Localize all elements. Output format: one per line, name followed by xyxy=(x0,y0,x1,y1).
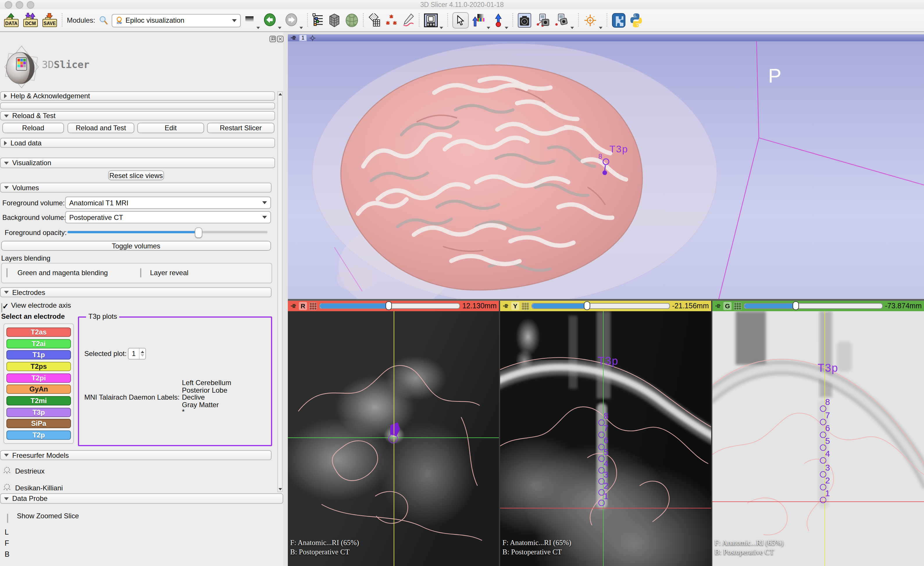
threeD-view-header[interactable]: 1 xyxy=(288,35,924,41)
visibility-eye-icon[interactable] xyxy=(3,466,11,474)
layer-reveal-checkbox[interactable] xyxy=(140,268,141,278)
chevron-down-icon[interactable] xyxy=(504,27,508,29)
slice-offset-slider[interactable] xyxy=(531,303,670,309)
chevron-down-icon[interactable] xyxy=(486,27,490,29)
section-data-probe[interactable]: Data Probe xyxy=(0,493,283,504)
background-volume-select[interactable]: Postoperative CT xyxy=(65,211,271,224)
reset-slice-views-button[interactable]: Reset slice views xyxy=(108,170,164,180)
green-slice-bar[interactable]: G -73.874mm xyxy=(712,301,924,311)
scroll-down-icon[interactable] xyxy=(278,488,282,490)
green-magenta-checkbox[interactable] xyxy=(6,268,8,278)
green-slice-view[interactable]: T3p 8 7 6 5 4 3 2 1 F: Anatomic...RI (65… xyxy=(712,311,924,566)
chevron-down-icon[interactable] xyxy=(278,27,281,29)
reload-and-test-button[interactable]: Reload and Test xyxy=(68,123,134,133)
forward-arrow-icon[interactable] xyxy=(285,14,297,27)
electrode-button-t2mi[interactable]: T2mi xyxy=(6,396,71,405)
chevron-down-icon[interactable] xyxy=(440,27,443,29)
slider-handle[interactable] xyxy=(792,301,799,310)
transforms-icon[interactable] xyxy=(368,14,381,27)
scene-view-capture-icon[interactable] xyxy=(535,14,550,27)
scene-view-restore-icon[interactable] xyxy=(553,14,568,27)
screenshot-icon[interactable] xyxy=(517,13,531,28)
visibility-eye-icon[interactable] xyxy=(3,483,11,491)
chevron-down-icon[interactable] xyxy=(598,27,602,29)
slice-offset-slider[interactable] xyxy=(319,303,460,309)
section-freesurfer-models[interactable]: Freesurfer Models xyxy=(0,450,272,460)
chevron-down-icon[interactable] xyxy=(256,27,260,29)
electrode-button-t2ai[interactable]: T2ai xyxy=(6,339,71,348)
restart-slicer-button[interactable]: Restart Slicer xyxy=(207,123,274,133)
electrode-button-sipa[interactable]: SiPa xyxy=(6,419,71,428)
empty-bar xyxy=(0,102,275,110)
markups-icon[interactable] xyxy=(384,14,398,27)
electrode-button-gyan[interactable]: GyAn xyxy=(6,385,71,394)
pin-icon[interactable] xyxy=(715,303,721,309)
slider-handle[interactable] xyxy=(385,301,392,310)
module-search-icon[interactable] xyxy=(99,16,108,25)
section-electrodes[interactable]: Electrodes xyxy=(0,287,272,297)
slice-offset-slider[interactable] xyxy=(744,303,883,309)
slider-handle[interactable] xyxy=(195,227,202,238)
foreground-volume-select[interactable]: Anatomical T1 MRI xyxy=(65,197,271,209)
save-icon[interactable]: SAVE xyxy=(42,13,58,28)
slice-menu-icon[interactable] xyxy=(309,302,317,310)
electrode-button-t2as[interactable]: T2as xyxy=(6,327,71,337)
show-zoomed-slice-checkbox[interactable] xyxy=(7,513,8,523)
panel-scrollbar[interactable] xyxy=(278,91,283,492)
electrode-button-t1p[interactable]: T1p xyxy=(6,350,71,360)
annotations-icon[interactable] xyxy=(402,14,414,27)
freesurfer-model-destrieux[interactable]: Destrieux xyxy=(15,467,45,475)
view-electrode-axis-checkbox[interactable] xyxy=(1,303,2,312)
section-help-acknowledgement[interactable]: Help & Acknowledgement xyxy=(0,91,275,101)
chevron-down-icon[interactable] xyxy=(570,27,574,29)
load-data-icon[interactable]: DATA xyxy=(3,13,19,28)
pointer-tool-button[interactable] xyxy=(452,12,468,29)
module-selector[interactable]: ICM Epiloc visualization xyxy=(111,14,240,27)
slice-menu-icon[interactable] xyxy=(734,302,741,310)
load-dicom-icon[interactable]: DCM xyxy=(22,13,38,28)
electrode-button-t2p[interactable]: T2p xyxy=(6,431,71,440)
section-reload-test[interactable]: Reload & Test xyxy=(0,111,275,120)
python-console-icon[interactable] xyxy=(629,13,643,28)
yellow-slice-view[interactable]: T3p 8 7 6 5 4 3 2 1 F: Anatomic...RI (65… xyxy=(500,311,711,566)
slice-menu-icon[interactable] xyxy=(522,302,529,310)
view-crosshair-icon[interactable] xyxy=(309,35,316,41)
place-fiducial-icon[interactable] xyxy=(494,14,503,27)
undock-panel-icon[interactable] xyxy=(269,36,276,42)
electrode-button-t3p[interactable]: T3p xyxy=(6,407,71,417)
module-icon: ICM xyxy=(116,16,122,24)
window-level-tool-icon[interactable] xyxy=(472,14,484,27)
expanded-arrow-icon xyxy=(4,454,9,456)
crosshair-icon[interactable] xyxy=(583,14,597,27)
threeD-view[interactable]: P T3p 8 xyxy=(288,41,924,299)
undo-history-icon[interactable] xyxy=(244,15,254,26)
back-arrow-icon[interactable] xyxy=(263,14,276,27)
section-load-data[interactable]: Load data xyxy=(0,138,275,148)
pin-icon[interactable] xyxy=(290,35,297,41)
selected-plot-spinbox[interactable]: 1 xyxy=(128,348,146,359)
red-slice-bar[interactable]: R 12.130mm xyxy=(288,301,499,311)
edit-button[interactable]: Edit xyxy=(137,123,204,133)
toggle-volumes-button[interactable]: Toggle volumes xyxy=(1,241,271,251)
extensions-manager-icon[interactable] xyxy=(612,13,626,28)
close-panel-icon[interactable] xyxy=(277,36,284,42)
foreground-opacity-slider[interactable] xyxy=(68,231,267,233)
reload-button[interactable]: Reload xyxy=(2,123,64,133)
scroll-up-icon[interactable] xyxy=(278,93,282,95)
layout-selector-icon[interactable] xyxy=(424,14,438,27)
subject-hierarchy-icon[interactable] xyxy=(312,14,324,27)
yellow-slice-bar[interactable]: Y -21.156mm xyxy=(500,301,711,311)
electrode-button-t2pi[interactable]: T2pi xyxy=(6,373,71,383)
pin-icon[interactable] xyxy=(290,303,297,309)
red-slice-view[interactable]: F: Anatomic...RI (65%) B: Postoperative … xyxy=(288,311,499,566)
spinbox-arrows[interactable] xyxy=(139,348,146,359)
section-visualization[interactable]: Visualization xyxy=(0,158,275,168)
red-axis-line xyxy=(500,508,711,508)
section-volumes[interactable]: Volumes xyxy=(0,183,272,192)
segmentation-icon[interactable] xyxy=(345,14,358,27)
slider-handle[interactable] xyxy=(584,301,591,310)
electrode-button-t2ps[interactable]: T2ps xyxy=(6,362,71,371)
freesurfer-model-desikan[interactable]: Desikan-Killiani xyxy=(15,484,63,492)
pin-icon[interactable] xyxy=(502,303,509,309)
volume-rendering-icon[interactable] xyxy=(327,13,341,28)
